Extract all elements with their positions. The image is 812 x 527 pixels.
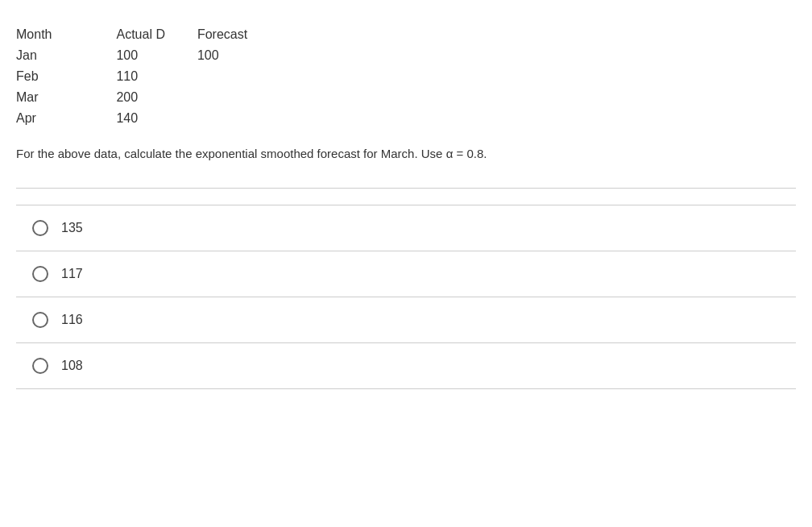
cell-forecast: 100 xyxy=(197,45,280,66)
col-header-actual: Actual D xyxy=(84,24,197,45)
option-row[interactable]: 116 xyxy=(16,297,796,343)
option-row[interactable]: 108 xyxy=(16,343,796,389)
options-section: 135117116108 xyxy=(16,205,796,389)
cell-actual: 140 xyxy=(84,108,197,129)
radio-circle[interactable] xyxy=(32,358,48,374)
cell-month: Mar xyxy=(16,87,84,108)
table-row: Jan100100 xyxy=(16,45,280,66)
question-text: For the above data, calculate the expone… xyxy=(16,145,796,164)
cell-forecast xyxy=(197,108,280,129)
radio-circle[interactable] xyxy=(32,266,48,282)
cell-forecast xyxy=(197,87,280,108)
table-row: Mar200 xyxy=(16,87,280,108)
cell-actual: 100 xyxy=(84,45,197,66)
option-label: 135 xyxy=(61,221,83,235)
col-header-forecast: Forecast xyxy=(197,24,280,45)
cell-month: Apr xyxy=(16,108,84,129)
table-row: Apr140 xyxy=(16,108,280,129)
cell-actual: 110 xyxy=(84,66,197,87)
col-header-month: Month xyxy=(16,24,84,45)
option-label: 117 xyxy=(61,267,83,281)
table-row: Feb110 xyxy=(16,66,280,87)
cell-actual: 200 xyxy=(84,87,197,108)
cell-month: Jan xyxy=(16,45,84,66)
radio-circle[interactable] xyxy=(32,220,48,236)
option-row[interactable]: 135 xyxy=(16,205,796,251)
radio-circle[interactable] xyxy=(32,312,48,328)
table-section: Month Actual D Forecast Jan100100Feb110M… xyxy=(16,24,796,164)
divider xyxy=(16,188,796,189)
cell-forecast xyxy=(197,66,280,87)
cell-month: Feb xyxy=(16,66,84,87)
option-label: 116 xyxy=(61,313,83,327)
option-label: 108 xyxy=(61,359,83,373)
data-table: Month Actual D Forecast Jan100100Feb110M… xyxy=(16,24,280,129)
option-row[interactable]: 117 xyxy=(16,251,796,297)
